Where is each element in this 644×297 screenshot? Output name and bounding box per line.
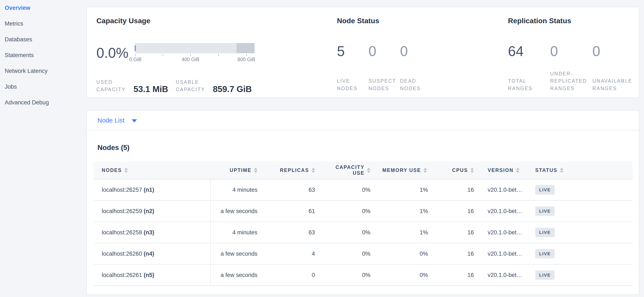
capacity-bar	[135, 43, 254, 53]
used-capacity-label: USED CAPACITY	[96, 78, 124, 93]
status-cell: LIVE	[527, 243, 633, 264]
node-address-cell[interactable]: localhost:26261 (n5)	[94, 264, 210, 286]
sidebar-item-databases[interactable]: Databases	[0, 31, 86, 47]
suspect-nodes-value: 0	[368, 43, 400, 59]
sidebar: Overview Metrics Databases Statements Ne…	[0, 0, 86, 297]
cpus-cell: 16	[429, 222, 476, 243]
replicas-cell: 63	[260, 179, 317, 201]
node-list-dropdown[interactable]: Node List	[87, 111, 639, 130]
memory-use-cell: 1%	[372, 179, 429, 201]
capacity-used-percent: 0.0%	[96, 45, 135, 61]
uptime-cell: a few seconds	[210, 201, 260, 222]
node-address-cell[interactable]: localhost:26259 (n2)	[94, 201, 210, 222]
sort-icon[interactable]	[124, 168, 128, 173]
capacity-used-marker	[135, 45, 136, 51]
sidebar-item-statements[interactable]: Statements	[0, 47, 86, 63]
nodes-table: NODES UPTIME REPLICAS CAPACITY USE	[94, 162, 633, 286]
capacity-use-cell: 0%	[317, 243, 372, 264]
sort-icon[interactable]	[254, 168, 258, 173]
column-header-replicas[interactable]: REPLICAS	[260, 162, 317, 179]
column-header-uptime[interactable]: UPTIME	[210, 162, 260, 179]
replicas-cell: 0	[260, 264, 317, 286]
node-id: (n5)	[144, 272, 154, 278]
status-badge: LIVE	[535, 270, 555, 280]
sidebar-item-metrics[interactable]: Metrics	[0, 16, 86, 31]
sidebar-item-network-latency[interactable]: Network Latency	[0, 63, 86, 79]
replication-stats: 64 TOTAL RANGES 0 UNDER-REPLICATED RANGE…	[508, 43, 639, 92]
axis-label-0gib: 0 GiB	[129, 57, 142, 62]
capacity-axis-ticks	[135, 53, 254, 56]
sort-icon[interactable]	[470, 168, 474, 173]
version-cell: v20.1.0-bet…	[476, 201, 527, 222]
capacity-bar-chart: 0 GiB 400 GiB 800 GiB	[135, 43, 254, 63]
memory-use-cell: 1%	[372, 222, 429, 243]
node-id: (n1)	[144, 187, 154, 193]
column-header-version[interactable]: VERSION	[476, 162, 527, 179]
status-cell: LIVE	[527, 264, 633, 286]
version-cell: v20.1.0-bet…	[476, 264, 527, 286]
capacity-use-cell: 0%	[317, 222, 372, 243]
node-address-cell[interactable]: localhost:26260 (n4)	[94, 243, 210, 264]
status-badge: LIVE	[535, 228, 555, 237]
status-badge: LIVE	[535, 206, 555, 216]
cluster-summary-card: Capacity Usage 0.0%	[86, 7, 639, 98]
dead-nodes-value: 0	[400, 43, 432, 59]
sort-icon[interactable]	[424, 168, 427, 173]
column-header-cpus[interactable]: CPUS	[429, 162, 476, 179]
capacity-usage-section: Capacity Usage 0.0%	[87, 17, 329, 98]
unavailable-ranges-label: UNAVAILABLE RANGES	[592, 77, 634, 92]
main-content: Capacity Usage 0.0%	[86, 0, 639, 295]
uptime-cell: 4 minutes	[210, 179, 260, 201]
replicas-cell: 61	[260, 201, 317, 222]
sort-icon[interactable]	[367, 168, 370, 173]
dead-nodes-label: DEAD NODES	[400, 77, 432, 92]
uptime-cell: 4 minutes	[210, 222, 260, 243]
column-header-status[interactable]: STATUS	[527, 162, 633, 179]
capacity-stats: USED CAPACITY 53.1 MiB USABLE CAPACITY 8…	[96, 78, 329, 93]
live-nodes-label: LIVE NODES	[337, 77, 368, 92]
live-nodes-value: 5	[337, 43, 368, 59]
sidebar-item-advanced-debug[interactable]: Advanced Debug	[0, 95, 86, 110]
column-header-capacity-use[interactable]: CAPACITY USE	[317, 162, 372, 179]
sidebar-item-jobs[interactable]: Jobs	[0, 79, 86, 95]
version-cell: v20.1.0-bet…	[476, 243, 527, 264]
sort-icon[interactable]	[516, 168, 520, 173]
table-row: localhost:26260 (n4) a few seconds 4 0% …	[94, 243, 633, 264]
node-address-cell[interactable]: localhost:26258 (n3)	[94, 222, 210, 243]
unavailable-ranges-value: 0	[592, 43, 634, 59]
version-cell: v20.1.0-bet…	[476, 179, 527, 201]
column-header-nodes[interactable]: NODES	[94, 162, 210, 179]
under-replicated-ranges-value: 0	[550, 43, 592, 59]
node-address-cell[interactable]: localhost:26257 (n1)	[94, 179, 210, 201]
live-nodes-stat: 5 LIVE NODES	[337, 43, 368, 92]
replication-status-title: Replication Status	[508, 17, 639, 25]
status-cell: LIVE	[527, 222, 633, 243]
usable-capacity-label: USABLE CAPACITY	[176, 78, 203, 93]
node-id: (n3)	[144, 229, 154, 236]
table-header-row: NODES UPTIME REPLICAS CAPACITY USE	[94, 162, 633, 179]
column-header-memory-use[interactable]: MEMORY USE	[372, 162, 429, 179]
usable-capacity-value: 859.7 GiB	[213, 84, 252, 94]
status-cell: LIVE	[527, 179, 633, 201]
memory-use-cell: 1%	[372, 201, 429, 222]
suspect-nodes-stat: 0 SUSPECT NODES	[368, 43, 400, 92]
total-ranges-label: TOTAL RANGES	[508, 77, 550, 92]
sort-icon[interactable]	[312, 168, 315, 173]
chevron-down-icon	[132, 119, 137, 122]
unavailable-ranges-stat: 0 UNAVAILABLE RANGES	[592, 43, 634, 92]
capacity-usage-chart: 0.0% 0 GiB 400 GiB	[96, 43, 329, 63]
cpus-cell: 16	[429, 179, 476, 201]
table-row: localhost:26261 (n5) a few seconds 0 0% …	[94, 264, 633, 286]
status-badge: LIVE	[535, 249, 555, 259]
nodes-count-title: Nodes (5)	[98, 144, 639, 152]
table-row: localhost:26259 (n2) a few seconds 61 0%…	[94, 201, 633, 222]
memory-use-cell: 0%	[372, 264, 429, 286]
node-list-card: Node List Nodes (5) NODES UPTIME	[86, 110, 639, 295]
sort-icon[interactable]	[560, 168, 564, 173]
axis-label-400gib: 400 GiB	[182, 57, 200, 62]
memory-use-cell: 0%	[372, 243, 429, 264]
uptime-cell: a few seconds	[210, 264, 260, 286]
sidebar-item-overview[interactable]: Overview	[0, 0, 86, 16]
under-replicated-ranges-stat: 0 UNDER-REPLICATED RANGES	[550, 43, 592, 92]
status-badge: LIVE	[535, 185, 555, 195]
